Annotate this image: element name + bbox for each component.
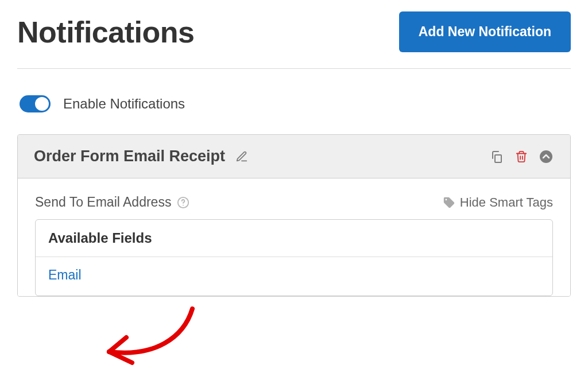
- notification-panel-body: Send To Email Address Hide Smart Tags Av…: [18, 178, 570, 296]
- add-new-notification-button[interactable]: Add New Notification: [399, 11, 571, 52]
- svg-point-1: [540, 150, 552, 163]
- page-title: Notifications: [17, 15, 194, 49]
- edit-name-button[interactable]: [234, 149, 249, 164]
- notification-title: Order Form Email Receipt: [34, 147, 225, 165]
- hide-smart-tags-link[interactable]: Hide Smart Tags: [443, 195, 553, 210]
- svg-rect-0: [495, 155, 501, 162]
- tag-icon: [443, 196, 455, 209]
- notification-panel: Order Form Email Receipt: [17, 134, 571, 297]
- copy-icon: [490, 150, 504, 164]
- duplicate-button[interactable]: [489, 149, 505, 165]
- enable-notifications-toggle[interactable]: [20, 95, 51, 112]
- chevron-up-icon: [539, 150, 553, 164]
- enable-notifications-label: Enable Notifications: [63, 96, 185, 112]
- send-to-label: Send To Email Address: [35, 195, 171, 210]
- annotation-arrow: [92, 303, 207, 373]
- field-item-email[interactable]: Email: [36, 257, 552, 296]
- available-fields-header: Available Fields: [36, 220, 552, 257]
- notification-panel-header: Order Form Email Receipt: [18, 135, 570, 178]
- trash-icon: [515, 150, 528, 163]
- delete-button[interactable]: [514, 149, 529, 164]
- hide-smart-tags-label: Hide Smart Tags: [460, 195, 553, 210]
- divider: [17, 68, 571, 69]
- help-icon[interactable]: [177, 196, 189, 209]
- pencil-icon: [235, 150, 248, 163]
- available-fields-box: Available Fields Email: [35, 219, 553, 296]
- collapse-button[interactable]: [538, 149, 554, 165]
